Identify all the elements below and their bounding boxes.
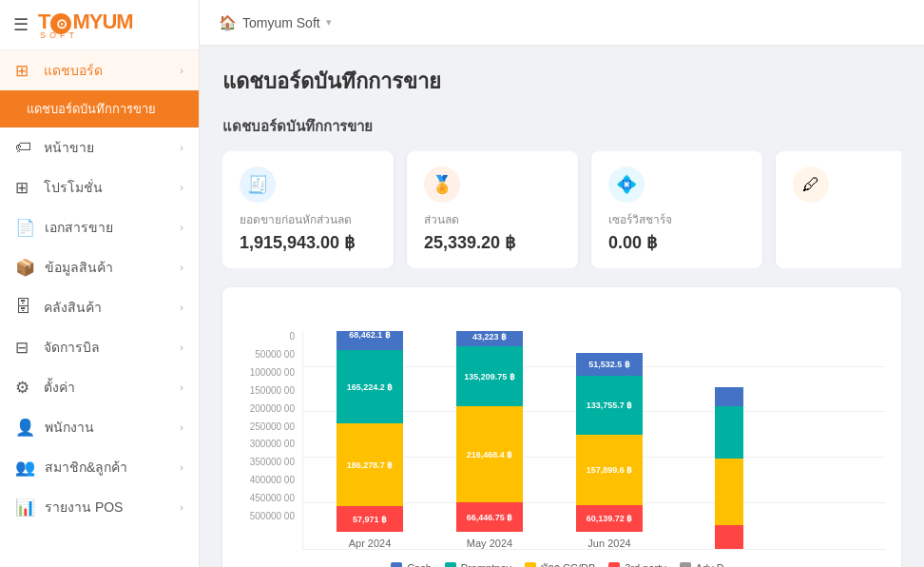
page-content: แดชบอร์ดบันทึกการขาย แดชบอร์ดบันทึกการขา… [200, 46, 924, 567]
bar-label: 186,278.7 ฿ [347, 460, 394, 470]
sidebar-item-label: สมาชิก&ลูกค้า [45, 457, 180, 478]
section-title: แดชบอร์ดบันทึกการขาย [222, 115, 901, 138]
bar-segment-3rdparty: 57,971 ฿ [337, 506, 403, 532]
bar-label: 135,209.75 ฿ [464, 372, 515, 381]
bar-segment-cash: 43,223 ฿ [456, 331, 523, 346]
stat-icon-discount: 🏅 [424, 166, 460, 203]
sidebar-item-documents[interactable]: 📄 เอกสารขาย › [0, 207, 199, 247]
chevron-icon: › [180, 461, 183, 473]
legend-label-promptpay: Promptpay [461, 562, 511, 567]
bar-x-label: Jun 2024 [587, 538, 630, 549]
stat-cards: 🧾 ยอดขายก่อนหักส่วนลด 1,915,943.00 ฿ 🏅 ส… [222, 151, 901, 268]
y-label: 400000 00 [238, 475, 295, 485]
legend-dot-adv [680, 562, 691, 567]
bar-group-jun: 60,139.72 ฿ 157,899.6 ฿ 133,755.7 ฿ 51,5… [552, 353, 666, 549]
bar-segment-ccdb: 216,468.4 ฿ [456, 406, 523, 502]
stat-icon-gross: 🧾 [240, 166, 276, 203]
stat-card-discount: 🏅 ส่วนลด 25,339.20 ฿ [407, 151, 578, 268]
chevron-icon: › [180, 302, 183, 313]
bar-label: 216,468.4 ฿ [467, 450, 513, 459]
y-label: 450000 00 [238, 493, 295, 503]
legend-item-adv: Adv D... [680, 559, 733, 567]
y-label: 300000 00 [238, 439, 295, 449]
members-icon: 👥 [15, 458, 35, 478]
settings-icon: ⚙ [15, 378, 34, 398]
sales-icon: 🏷 [15, 138, 34, 157]
bar-segment-ccdb [715, 459, 743, 525]
chart-legend: Cash Promptpay บัตร CC/DB 3rd party Adv … [238, 559, 886, 567]
sidebar-item-dashboard[interactable]: ⊞ แดชบอร์ด › [0, 50, 199, 90]
bar-label: 43,223 ฿ [472, 332, 507, 342]
bar-segment-3rdparty: 60,139.72 ฿ [576, 505, 643, 532]
reports-icon: 📊 [15, 498, 35, 518]
sidebar-item-label: ข้อมูลสินค้า [45, 257, 180, 278]
bar-label: 66,446.75 ฿ [467, 513, 513, 522]
stat-icon-extra: 🖊 [793, 166, 829, 203]
bar-segment-cash: 51,532.5 ฿ [576, 353, 643, 376]
stat-card-service: 💠 เซอร์วิสชาร์จ 0.00 ฿ [591, 151, 762, 268]
sidebar-header: ☰ T⊙MYUM SOFT [0, 0, 199, 50]
sidebar-item-label: ตั้งค่า [44, 377, 180, 398]
y-label: 350000 00 [238, 457, 295, 467]
chevron-icon: › [180, 142, 183, 153]
chevron-icon: › [180, 501, 183, 513]
sidebar-item-pos-reports[interactable]: 📊 รายงาน POS › [0, 487, 199, 527]
y-label: 50000 00 [238, 349, 295, 360]
legend-item-3rdparty: 3rd party [608, 559, 665, 567]
bar-segment-promptpay: 133,755.7 ฿ [576, 376, 643, 435]
chevron-icon: › [180, 222, 183, 233]
chevron-icon: › [180, 262, 183, 273]
stat-value-gross: 1,915,943.00 ฿ [240, 232, 376, 253]
stat-card-header: 🏅 [424, 166, 561, 203]
legend-label-3rdparty: 3rd party [625, 562, 665, 567]
sidebar-item-label: จัดการบิล [44, 337, 180, 358]
documents-icon: 📄 [15, 218, 35, 238]
bar-stack-partial [715, 387, 743, 549]
sidebar-menu: ⊞ แดชบอร์ด › แดชบอร์ดบันทึกการขาย 🏷 หน้า… [0, 50, 199, 567]
bar-segment-cash [715, 387, 743, 406]
sidebar-item-label: โปรโมชั่น [44, 177, 180, 198]
bar-segment-cash: 68,462.1 ฿ [337, 331, 403, 350]
sidebar-item-product-data[interactable]: 📦 ข้อมูลสินค้า › [0, 247, 199, 287]
y-label: 500000 00 [238, 511, 295, 521]
stat-card-extra: 🖊 [776, 151, 901, 268]
sidebar-item-label: พนักงาน [45, 417, 180, 438]
sidebar-item-dashboard-sales[interactable]: แดชบอร์ดบันทึกการขาย [0, 90, 199, 127]
legend-dot-cash [391, 562, 402, 567]
bar-segment-3rdparty [715, 525, 743, 549]
chevron-down-icon: › [180, 65, 183, 76]
stat-label-service: เซอร์วิสชาร์จ [608, 210, 745, 228]
dashboard-icon: ⊞ [15, 61, 34, 81]
sidebar-item-billing[interactable]: ⊟ จัดการบิล › [0, 327, 199, 367]
product-icon: 📦 [15, 258, 35, 278]
sidebar-item-promotion[interactable]: ⊞ โปรโมชั่น › [0, 167, 199, 207]
sidebar-item-employees[interactable]: 👤 พนักงาน › [0, 407, 199, 447]
bar-label: 133,755.7 ฿ [587, 401, 633, 410]
page-title: แดชบอร์ดบันทึกการขาย [222, 65, 901, 98]
sidebar-item-inventory[interactable]: 🗄 คลังสินค้า › [0, 287, 199, 327]
sidebar-item-label: รายงาน POS [45, 497, 180, 518]
bar-label: 68,462.1 ฿ [349, 331, 391, 340]
bar-stack: 57,971 ฿ 186,278.7 ฿ 165,224.2 ฿ [337, 331, 403, 532]
bar-label: 157,899.6 ฿ [587, 465, 633, 475]
sidebar-item-sales[interactable]: 🏷 หน้าขาย › [0, 127, 199, 167]
chart-bars-area: 57,971 ฿ 186,278.7 ฿ 165,224.2 ฿ [302, 331, 886, 550]
bar-group-apr: 57,971 ฿ 186,278.7 ฿ 165,224.2 ฿ [313, 331, 427, 549]
hamburger-icon[interactable]: ☰ [13, 14, 29, 35]
billing-icon: ⊟ [15, 338, 34, 358]
bar-x-label: May 2024 [467, 538, 512, 549]
breadcrumb: Tomyum Soft [242, 15, 320, 30]
bar-stack: 66,446.75 ฿ 216,468.4 ฿ 135,209.75 ฿ 43,… [456, 331, 523, 532]
main-content: 🏠 Tomyum Soft ▾ แดชบอร์ดบันทึกการขาย แดช… [200, 0, 924, 567]
sidebar-item-members[interactable]: 👥 สมาชิก&ลูกค้า › [0, 447, 199, 487]
sidebar-item-label: เอกสารขาย [45, 217, 180, 238]
sidebar-item-settings[interactable]: ⚙ ตั้งค่า › [0, 367, 199, 407]
y-label: 0 [238, 331, 295, 342]
logo: T⊙MYUM SOFT [38, 10, 133, 40]
stat-value-discount: 25,339.20 ฿ [424, 232, 561, 253]
sidebar-item-label: แดชบอร์ด [44, 60, 180, 81]
bar-label: 165,224.2 ฿ [347, 382, 394, 392]
bar-segment-3rdparty: 66,446.75 ฿ [456, 502, 523, 532]
legend-item-promptpay: Promptpay [445, 559, 511, 567]
bar-segment-ccdb: 186,278.7 ฿ [337, 423, 403, 506]
